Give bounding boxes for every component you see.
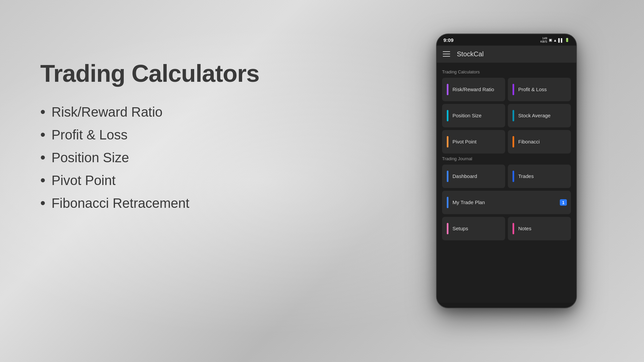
setups-card[interactable]: Setups xyxy=(442,217,505,240)
bullet-list: Risk/Reward RatioProfit & LossPosition S… xyxy=(40,104,259,212)
calculators-grid: Risk/Reward Ratio Profit & Loss Position… xyxy=(442,78,571,154)
notes-stripe xyxy=(513,223,514,234)
dashboard-label: Dashboard xyxy=(452,173,477,179)
trade-plan-row: My Trade Plan 1 xyxy=(442,191,571,214)
battery-icon: 🔋 xyxy=(565,38,570,42)
trading-journal-section: Trading Journal Dashboard Trades My Trad… xyxy=(442,156,571,240)
journal-grid-bottom: Setups Notes xyxy=(442,217,571,240)
profit-loss-card[interactable]: Profit & Loss xyxy=(508,78,571,101)
fibonacci-card[interactable]: Fibonacci xyxy=(508,130,571,154)
stock-average-label: Stock Average xyxy=(518,113,550,118)
stock-average-card[interactable]: Stock Average xyxy=(508,104,571,127)
trading-journal-label: Trading Journal xyxy=(442,156,571,161)
trading-calculators-section: Trading Calculators Risk/Reward Ratio Pr… xyxy=(442,69,571,154)
main-title: Trading Calculators xyxy=(40,60,259,87)
trade-plan-badge: 1 xyxy=(560,199,567,205)
menu-icon[interactable] xyxy=(443,51,450,57)
left-content: Trading Calculators Risk/Reward RatioPro… xyxy=(40,60,259,218)
pivot-point-label: Pivot Point xyxy=(452,139,477,144)
notes-label: Notes xyxy=(518,226,531,231)
trades-card[interactable]: Trades xyxy=(508,165,571,188)
trades-stripe xyxy=(513,171,514,182)
kb-indicator: 149KB/S xyxy=(540,37,547,44)
notes-card[interactable]: Notes xyxy=(508,217,571,240)
dashboard-card[interactable]: Dashboard xyxy=(442,165,505,188)
my-trade-plan-label: My Trade Plan xyxy=(452,199,485,205)
menu-line-1 xyxy=(443,51,450,52)
trading-calculators-label: Trading Calculators xyxy=(442,69,571,74)
trades-label: Trades xyxy=(518,173,534,179)
status-time: 9:09 xyxy=(443,37,453,43)
app-title: StockCal xyxy=(457,50,484,58)
app-content: Trading Calculators Risk/Reward Ratio Pr… xyxy=(437,63,576,303)
wifi-icon: ▲ xyxy=(553,38,557,42)
my-trade-plan-card[interactable]: My Trade Plan 1 xyxy=(442,191,571,214)
risk-reward-card[interactable]: Risk/Reward Ratio xyxy=(442,78,505,101)
status-bar: 9:09 149KB/S ▣ ▲ ▌▌ 🔋 xyxy=(437,34,576,46)
fibonacci-stripe xyxy=(513,136,514,147)
bullet-item: Position Size xyxy=(40,149,259,166)
bullet-item: Profit & Loss xyxy=(40,126,259,143)
position-size-stripe xyxy=(447,110,448,121)
profit-loss-label: Profit & Loss xyxy=(518,86,547,92)
bullet-item: Pivot Point xyxy=(40,172,259,189)
dashboard-stripe xyxy=(447,171,448,182)
journal-grid-top: Dashboard Trades xyxy=(442,165,571,188)
fibonacci-label: Fibonacci xyxy=(518,139,540,144)
risk-reward-stripe xyxy=(447,84,448,95)
profit-loss-stripe xyxy=(513,84,514,95)
setups-label: Setups xyxy=(452,226,468,231)
signal-icon: ▣ xyxy=(549,38,552,42)
phone-wrapper: 9:09 149KB/S ▣ ▲ ▌▌ 🔋 StockCal Trading C… xyxy=(436,34,577,308)
position-size-label: Position Size xyxy=(452,113,482,118)
menu-line-3 xyxy=(443,56,450,57)
pivot-point-stripe xyxy=(447,136,448,147)
risk-reward-label: Risk/Reward Ratio xyxy=(452,86,494,92)
phone: 9:09 149KB/S ▣ ▲ ▌▌ 🔋 StockCal Trading C… xyxy=(436,34,577,308)
my-trade-plan-stripe xyxy=(447,197,448,208)
position-size-card[interactable]: Position Size xyxy=(442,104,505,127)
pivot-point-card[interactable]: Pivot Point xyxy=(442,130,505,154)
app-bar: StockCal xyxy=(437,46,576,63)
menu-line-2 xyxy=(443,54,450,54)
bullet-item: Risk/Reward Ratio xyxy=(40,104,259,120)
setups-stripe xyxy=(447,223,448,234)
stock-average-stripe xyxy=(513,110,514,121)
status-icons: 149KB/S ▣ ▲ ▌▌ 🔋 xyxy=(540,37,570,44)
bullet-item: Fibonacci Retracement xyxy=(40,195,259,212)
cell-icon: ▌▌ xyxy=(558,38,564,42)
